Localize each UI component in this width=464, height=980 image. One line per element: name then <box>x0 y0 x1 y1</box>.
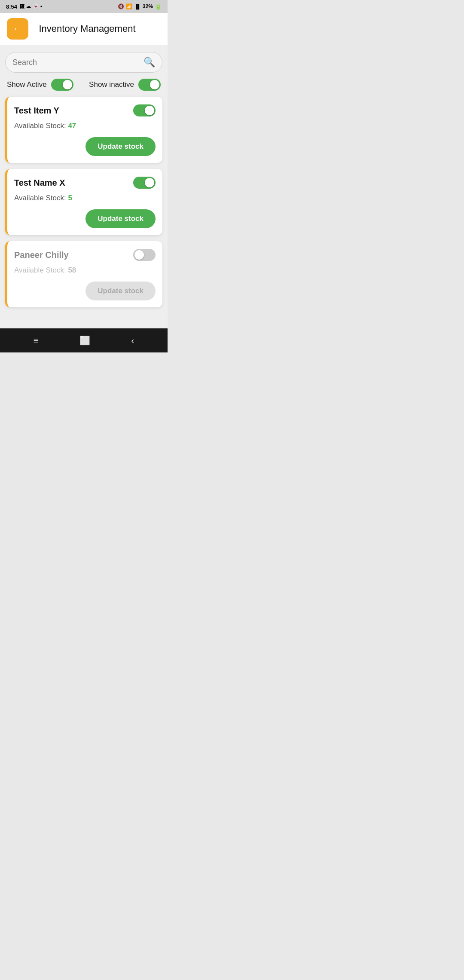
bottom-nav: ≡ ⬜ ‹ <box>0 328 168 352</box>
update-stock-button-0[interactable]: Update stock <box>85 137 156 156</box>
stock-row-1: Available Stock: 5 <box>14 194 156 202</box>
show-active-group: Show Active <box>7 79 73 91</box>
search-icon: 🔍 <box>143 57 155 68</box>
item-toggle-0[interactable] <box>133 104 156 116</box>
inventory-card-2: Paneer Chilly Available Stock: 58 Update… <box>5 241 162 307</box>
show-active-slider <box>51 79 73 91</box>
stock-label-0: Available Stock: <box>14 122 66 130</box>
nav-menu-icon[interactable]: ≡ <box>34 336 39 346</box>
status-bar: 8:54 🖼 ☁ 👻 • 🔇 📶 ▐▌ 32% 🔋 <box>0 0 168 13</box>
time-display: 8:54 <box>6 3 17 10</box>
show-inactive-group: Show inactive <box>89 79 161 91</box>
status-icons: 🖼 ☁ 👻 • <box>19 3 42 9</box>
show-inactive-slider <box>138 79 161 91</box>
stock-value-2: 58 <box>68 266 76 274</box>
status-time: 8:54 🖼 ☁ 👻 • <box>6 3 42 10</box>
item-toggle-2[interactable] <box>133 249 156 261</box>
show-active-label: Show Active <box>7 80 47 89</box>
show-active-toggle[interactable] <box>51 79 73 91</box>
update-stock-button-2: Update stock <box>85 282 156 300</box>
item-toggle-1[interactable] <box>133 177 156 189</box>
battery-display: 32% <box>143 3 153 9</box>
mute-icon: 🔇 <box>118 3 124 9</box>
filter-row: Show Active Show inactive <box>5 79 162 91</box>
main-content: 🔍 Show Active Show inactive Test <box>0 45 168 328</box>
signal-icon: ▐▌ <box>134 4 141 9</box>
show-inactive-knob <box>150 80 159 89</box>
stock-value-0: 47 <box>68 122 76 130</box>
back-button[interactable]: ← <box>7 18 28 40</box>
search-input[interactable] <box>12 58 143 67</box>
card-header-2: Paneer Chilly <box>14 249 156 261</box>
item-knob-0 <box>145 106 154 115</box>
card-title-1: Test Name X <box>14 178 65 188</box>
show-inactive-label: Show inactive <box>89 80 134 89</box>
show-inactive-toggle[interactable] <box>138 79 161 91</box>
back-arrow-icon: ← <box>13 23 22 34</box>
stock-label-2: Available Stock: <box>14 266 66 274</box>
item-slider-1 <box>133 177 156 189</box>
item-knob-1 <box>145 178 154 187</box>
item-slider-2 <box>133 249 156 261</box>
card-title-2: Paneer Chilly <box>14 250 69 260</box>
card-title-0: Test Item Y <box>14 106 59 116</box>
nav-back-icon[interactable]: ‹ <box>131 336 134 346</box>
item-slider-0 <box>133 104 156 116</box>
stock-row-0: Available Stock: 47 <box>14 122 156 130</box>
nav-home-icon[interactable]: ⬜ <box>79 335 90 346</box>
inventory-card-0: Test Item Y Available Stock: 47 Update s… <box>5 97 162 163</box>
battery-icon: 🔋 <box>155 3 162 10</box>
wifi-icon: 📶 <box>126 3 132 9</box>
show-active-knob <box>63 80 72 89</box>
card-footer-1: Update stock <box>14 209 156 228</box>
stock-value-1: 5 <box>68 194 72 202</box>
card-header-0: Test Item Y <box>14 104 156 116</box>
update-stock-button-1[interactable]: Update stock <box>85 209 156 228</box>
stock-row-2: Available Stock: 58 <box>14 266 156 275</box>
page-title: Inventory Management <box>35 23 161 34</box>
status-indicators: 🔇 📶 ▐▌ 32% 🔋 <box>118 3 162 10</box>
card-footer-2: Update stock <box>14 282 156 300</box>
item-knob-2 <box>134 250 144 260</box>
stock-label-1: Available Stock: <box>14 194 66 202</box>
app-header: ← Inventory Management <box>0 13 168 45</box>
search-bar: 🔍 <box>5 52 162 73</box>
card-footer-0: Update stock <box>14 137 156 156</box>
inventory-card-1: Test Name X Available Stock: 5 Update st… <box>5 169 162 235</box>
card-header-1: Test Name X <box>14 177 156 189</box>
